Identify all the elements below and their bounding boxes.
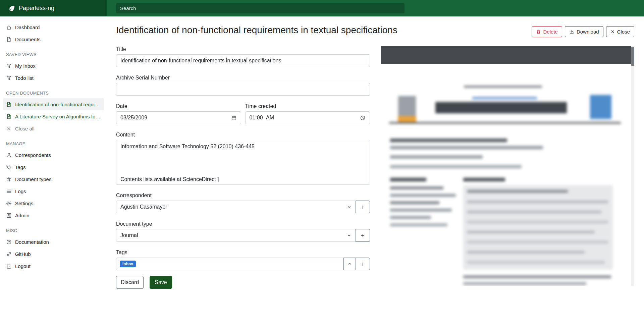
sidebar-item-document-types[interactable]: Document types bbox=[3, 173, 104, 185]
document-edit-form: Title Archive Serial Number Date 03/25/2… bbox=[116, 46, 370, 302]
pdf-blur-shape bbox=[390, 209, 452, 212]
preview-scrollbar[interactable] bbox=[631, 46, 634, 286]
content-textarea[interactable]: Information and Software Technology 52 (… bbox=[116, 140, 370, 185]
pdf-blur-shape bbox=[435, 102, 567, 113]
sidebar-item-label: Close all bbox=[15, 126, 101, 131]
pdf-blur-shape bbox=[467, 211, 601, 213]
clock-icon[interactable] bbox=[360, 115, 366, 121]
add-correspondent-button[interactable] bbox=[356, 201, 370, 213]
pdf-blur-shape bbox=[467, 251, 585, 254]
page-title: Identification of non-functional require… bbox=[116, 24, 397, 36]
tags-input[interactable]: Inbox bbox=[116, 258, 344, 270]
gear-icon bbox=[6, 201, 12, 206]
house-icon bbox=[6, 24, 12, 30]
asn-label: Archive Serial Number bbox=[116, 74, 370, 81]
title-label: Title bbox=[116, 46, 370, 52]
pdf-blur-shape bbox=[463, 282, 586, 285]
save-button[interactable]: Save bbox=[150, 276, 172, 289]
add-document-type-button[interactable] bbox=[356, 229, 370, 242]
add-tag-button[interactable] bbox=[356, 258, 370, 270]
correspondent-select[interactable]: Agustin Casamayor bbox=[116, 201, 356, 213]
pdf-blur-shape bbox=[390, 186, 443, 189]
preview-scrollbar-thumb[interactable] bbox=[631, 47, 634, 66]
asn-field: Archive Serial Number bbox=[116, 74, 370, 96]
document-type-select[interactable]: Journal bbox=[116, 229, 356, 242]
sidebar-item-dashboard[interactable]: Dashboard bbox=[3, 21, 104, 33]
document-preview[interactable] bbox=[381, 46, 634, 286]
pdf-blur-shape bbox=[390, 216, 431, 219]
content-label: Content bbox=[116, 131, 370, 138]
pdf-blur-shape bbox=[390, 139, 507, 142]
sidebar-item-label: A Literature Survey on Algorithms for Mu… bbox=[15, 114, 101, 119]
sidebar-item-correspondents[interactable]: Correspondents bbox=[3, 149, 104, 161]
sidebar-item-documentation[interactable]: Documentation bbox=[3, 236, 104, 248]
pdf-blur-shape bbox=[472, 97, 537, 99]
tag-badge-inbox[interactable]: Inbox bbox=[120, 261, 136, 267]
document-actions: Delete Download Close bbox=[532, 26, 634, 37]
sidebar-item-label: Todo list bbox=[15, 75, 101, 81]
funnel-icon bbox=[6, 75, 12, 81]
sidebar-item-label: Document types bbox=[15, 176, 101, 182]
id-badge-icon bbox=[6, 213, 12, 218]
form-actions: Discard Save bbox=[116, 276, 370, 302]
delete-button[interactable]: Delete bbox=[532, 26, 562, 37]
tags-field: Tags Inbox bbox=[116, 249, 370, 270]
pdf-blur-shape bbox=[398, 96, 416, 116]
file-text-icon bbox=[6, 114, 12, 119]
pdf-blur-shape bbox=[467, 190, 568, 193]
sidebar-item-tags[interactable]: Tags bbox=[3, 161, 104, 173]
pdf-blur-shape bbox=[389, 122, 621, 124]
pdf-blur-shape bbox=[390, 146, 543, 149]
chevron-up-icon bbox=[347, 262, 352, 266]
asn-input[interactable] bbox=[116, 83, 370, 96]
sidebar-item-label: My Inbox bbox=[15, 63, 101, 69]
sidebar-item-logout[interactable]: Logout bbox=[3, 260, 104, 272]
download-button[interactable]: Download bbox=[565, 26, 603, 37]
pdf-blur-shape bbox=[463, 185, 613, 270]
sidebar-item-admin[interactable]: Admin bbox=[3, 209, 104, 221]
time-created-input[interactable]: 01:00 AM bbox=[245, 111, 370, 124]
discard-button[interactable]: Discard bbox=[116, 276, 144, 289]
time-created-value: 01:00 AM bbox=[250, 115, 274, 121]
content-field: Content Information and Software Technol… bbox=[116, 131, 370, 185]
sidebar-item-a-literature-survey-on-algorithms-for-mu[interactable]: A Literature Survey on Algorithms for Mu… bbox=[3, 110, 104, 122]
tags-dropdown-button[interactable] bbox=[343, 258, 356, 270]
sidebar-item-github[interactable]: GitHub bbox=[3, 248, 104, 260]
pdf-blur-shape bbox=[390, 223, 447, 226]
chevron-down-icon bbox=[347, 205, 352, 209]
correspondent-label: Correspondent bbox=[116, 192, 370, 199]
sidebar-item-todo-list[interactable]: Todo list bbox=[3, 72, 104, 84]
pdf-blur-shape bbox=[463, 275, 611, 278]
pdf-content-blur bbox=[381, 64, 631, 286]
pdf-blur-shape bbox=[467, 241, 608, 243]
sidebar-item-label: Logout bbox=[15, 263, 101, 269]
sidebar-item-documents[interactable]: Documents bbox=[3, 33, 104, 45]
plus-icon bbox=[360, 205, 365, 210]
download-button-label: Download bbox=[577, 29, 599, 35]
sidebar-section-title: SAVED VIEWS bbox=[6, 52, 101, 57]
content-row: Title Archive Serial Number Date 03/25/2… bbox=[116, 46, 634, 302]
time-created-field: Time created 01:00 AM bbox=[245, 103, 370, 124]
sidebar-item-identification-of-non-functional-requirem[interactable]: Identification of non-functional require… bbox=[3, 98, 104, 110]
document-type-label: Document type bbox=[116, 221, 370, 227]
sidebar-item-label: Documentation bbox=[15, 239, 101, 245]
title-input[interactable] bbox=[116, 54, 370, 67]
sidebar-item-my-inbox[interactable]: My Inbox bbox=[3, 60, 104, 72]
sidebar-item-logs[interactable]: Logs bbox=[3, 185, 104, 197]
tags-label: Tags bbox=[116, 249, 370, 256]
calendar-icon[interactable] bbox=[231, 115, 237, 121]
x-icon bbox=[610, 30, 615, 34]
file-icon bbox=[6, 37, 12, 42]
app-brand-label: Paperless-ng bbox=[19, 5, 54, 12]
close-button[interactable]: Close bbox=[606, 26, 634, 37]
search-input[interactable] bbox=[116, 3, 405, 13]
sidebar: DashboardDocumentsSAVED VIEWSMy InboxTod… bbox=[0, 16, 107, 329]
correspondent-value: Agustin Casamayor bbox=[120, 204, 167, 210]
app-brand[interactable]: Paperless-ng bbox=[0, 0, 107, 16]
sidebar-item-settings[interactable]: Settings bbox=[3, 197, 104, 209]
sidebar-item-close-all[interactable]: Close all bbox=[3, 122, 104, 134]
tag-icon bbox=[6, 164, 12, 170]
date-input[interactable]: 03/25/2009 bbox=[116, 111, 241, 124]
date-value: 03/25/2009 bbox=[120, 115, 147, 121]
pdf-viewer-toolbar bbox=[381, 46, 631, 64]
